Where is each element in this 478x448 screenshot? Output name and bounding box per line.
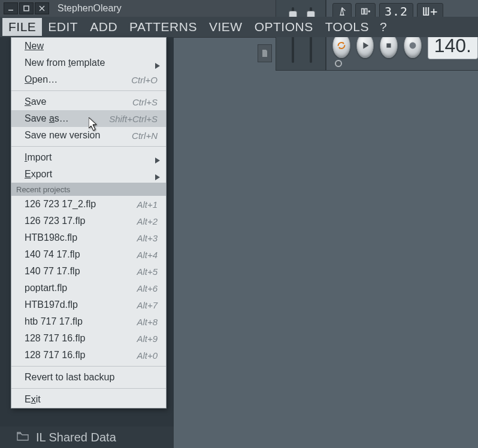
recent-item[interactable]: htb 717 17.flpAlt+8 bbox=[11, 313, 166, 330]
menu-new-from-template[interactable]: New from template bbox=[11, 55, 166, 71]
recent-projects-header: Recent projects bbox=[11, 183, 166, 196]
menu-add[interactable]: ADD bbox=[84, 18, 123, 36]
svg-rect-12 bbox=[263, 56, 267, 56]
mouse-cursor-icon bbox=[89, 117, 99, 134]
maximize-button[interactable] bbox=[19, 2, 34, 14]
menu-help[interactable]: ? bbox=[375, 18, 392, 36]
separator bbox=[11, 366, 166, 367]
recent-item[interactable]: 140 74 17.flpAlt+4 bbox=[11, 246, 166, 263]
recent-item[interactable]: poptart.flpAlt+6 bbox=[11, 280, 166, 296]
folder-icon bbox=[17, 431, 29, 444]
file-menu-dropdown: New New from template Open… Ctrl+O Save … bbox=[11, 37, 167, 408]
menu-view[interactable]: VIEW bbox=[203, 18, 249, 36]
menu-revert[interactable]: Revert to last backup bbox=[11, 369, 166, 386]
recent-item[interactable]: 128 717 16.flpAlt+0 bbox=[11, 347, 166, 364]
svg-point-8 bbox=[368, 10, 371, 13]
separator bbox=[11, 146, 166, 147]
menu-export[interactable]: Export bbox=[11, 166, 166, 183]
svg-rect-1 bbox=[24, 6, 29, 11]
recent-item[interactable]: HTB197d.flpAlt+7 bbox=[11, 296, 166, 313]
menu-import[interactable]: Import bbox=[11, 149, 166, 166]
svg-point-11 bbox=[409, 43, 416, 49]
recent-item[interactable]: 140 77 17.flpAlt+5 bbox=[11, 263, 166, 280]
svg-marker-14 bbox=[155, 158, 160, 164]
recent-item[interactable]: 126 723 17.flpAlt+2 bbox=[11, 213, 166, 229]
menu-new[interactable]: New bbox=[11, 38, 166, 55]
separator bbox=[11, 90, 166, 91]
close-button[interactable] bbox=[35, 2, 49, 14]
project-title: StephenOleary bbox=[58, 3, 122, 14]
minimize-button[interactable] bbox=[4, 2, 18, 14]
menu-edit[interactable]: EDIT bbox=[42, 18, 84, 36]
menu-patterns[interactable]: PATTERNS bbox=[123, 18, 203, 36]
menu-options[interactable]: OPTIONS bbox=[249, 18, 319, 36]
chevron-right-icon bbox=[155, 60, 160, 65]
separator bbox=[11, 388, 166, 389]
menu-tools[interactable]: TOOLS bbox=[319, 18, 375, 36]
menu-open[interactable]: Open… Ctrl+O bbox=[11, 71, 166, 88]
hint-panel-icon[interactable] bbox=[258, 44, 272, 62]
workspace-canvas[interactable] bbox=[174, 37, 478, 448]
browser-folder-label: IL Shared Data bbox=[36, 431, 116, 444]
menu-exit[interactable]: Exit bbox=[11, 391, 166, 408]
recent-item[interactable]: HTB198c.flpAlt+3 bbox=[11, 229, 166, 246]
svg-rect-10 bbox=[387, 43, 391, 47]
svg-marker-13 bbox=[155, 63, 160, 69]
svg-rect-6 bbox=[362, 9, 364, 14]
chevron-right-icon bbox=[155, 172, 160, 177]
menu-save[interactable]: Save Ctrl+S bbox=[11, 93, 166, 110]
pan-knob[interactable] bbox=[335, 60, 342, 67]
recent-item[interactable]: 128 717 16.flpAlt+9 bbox=[11, 330, 166, 347]
svg-marker-16 bbox=[89, 117, 96, 131]
menu-file[interactable]: FILE bbox=[2, 18, 42, 36]
svg-rect-7 bbox=[365, 9, 367, 14]
chevron-right-icon bbox=[155, 155, 160, 160]
browser-folder-row[interactable]: IL Shared Data bbox=[0, 426, 174, 448]
svg-marker-9 bbox=[363, 43, 368, 49]
recent-item[interactable]: 126 723 17_2.flpAlt+1 bbox=[11, 196, 166, 213]
menu-bar: FILE EDIT ADD PATTERNS VIEW OPTIONS TOOL… bbox=[0, 17, 478, 37]
svg-marker-15 bbox=[155, 174, 160, 180]
